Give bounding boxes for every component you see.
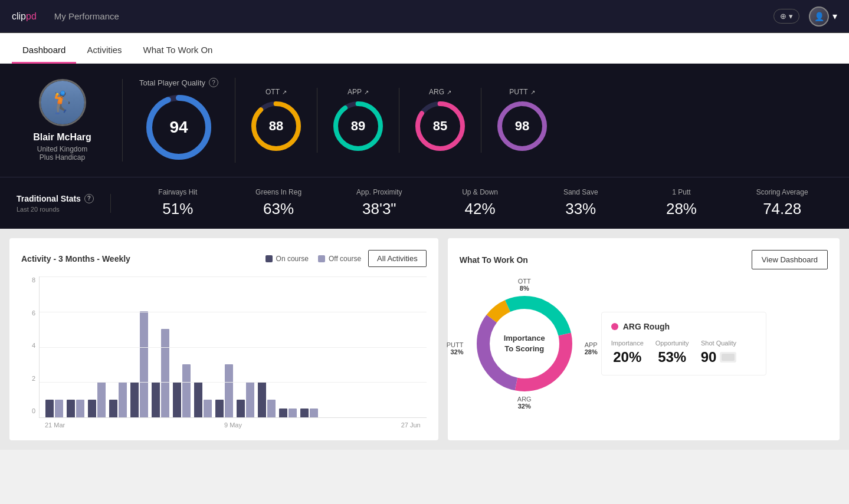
- bar-group-6: [152, 329, 169, 417]
- donut-center-line1: Importance: [504, 333, 545, 344]
- metric-importance-value: 20%: [611, 349, 644, 365]
- trad-stats-sub: Last 20 rounds: [17, 206, 94, 213]
- x-label-jun: 27 Jun: [401, 421, 421, 429]
- player-name: Blair McHarg: [33, 132, 91, 143]
- bar-group-10: [237, 382, 254, 417]
- y-label-2: 2: [21, 375, 35, 382]
- putt-value: 98: [515, 118, 529, 134]
- chart-x-labels: 21 Mar 9 May 27 Jun: [39, 418, 427, 429]
- wtwo-panel-header: What To Work On View Dashboard: [460, 250, 828, 269]
- stat-sandsave-label: Sand Save: [530, 188, 631, 196]
- bar-on-7: [173, 382, 181, 417]
- what-to-work-on-panel: What To Work On View Dashboard: [448, 238, 840, 440]
- mini-gauge-group: OTT ↗ 88 APP ↗: [235, 88, 832, 153]
- bar-group-11: [258, 382, 276, 417]
- grid-line-2: [40, 382, 427, 383]
- arg-trend-icon: ↗: [447, 89, 451, 95]
- stat-greens-value: 63%: [228, 200, 329, 218]
- add-chevron: ▾: [789, 12, 793, 21]
- tab-dashboard[interactable]: Dashboard: [12, 37, 76, 64]
- tab-what-to-work-on[interactable]: What To Work On: [133, 37, 224, 64]
- stat-proximity: App. Proximity 38'3": [329, 188, 430, 218]
- stat-proximity-label: App. Proximity: [329, 188, 430, 196]
- total-player-quality: Total Player Quality ? 94: [139, 78, 235, 163]
- activity-panel-header: Activity - 3 Months - Weekly On course O…: [21, 250, 427, 267]
- header: clippd My Performance ⊕ ▾ 👤 ▾: [0, 0, 849, 33]
- metric-shotquality-value: 90: [701, 349, 717, 365]
- arg-rough-card: ARG Rough Importance 20% Opportunity 53%…: [601, 312, 766, 375]
- stat-fairways-label: Fairways Hit: [127, 188, 228, 196]
- stat-fairways: Fairways Hit 51%: [127, 188, 228, 218]
- trad-stats-title: Traditional Stats ?: [17, 194, 94, 203]
- stat-proximity-value: 38'3": [329, 200, 430, 218]
- bar-on-8: [194, 382, 202, 417]
- bar-off-13: [310, 409, 318, 417]
- y-label-4: 4: [21, 342, 35, 349]
- grid-line-6: [40, 312, 427, 312]
- bar-on-11: [258, 382, 266, 417]
- bar-group-5: [130, 311, 148, 417]
- stat-1putt-label: 1 Putt: [631, 188, 732, 196]
- stat-updown: Up & Down 42%: [430, 188, 530, 218]
- putt-label: PUTT ↗: [509, 88, 535, 96]
- chart-area: [39, 276, 427, 418]
- y-label-0: 0: [21, 407, 35, 414]
- ott-value: 88: [269, 118, 283, 134]
- bar-off-1: [55, 400, 63, 417]
- stat-scoring: Scoring Average 74.28: [732, 188, 832, 218]
- legend-off-course-label: Off course: [329, 255, 361, 263]
- add-button[interactable]: ⊕ ▾: [773, 9, 799, 24]
- activity-panel-title: Activity - 3 Months - Weekly: [21, 254, 130, 263]
- stat-updown-value: 42%: [430, 200, 530, 218]
- bar-off-4: [119, 382, 127, 417]
- grid-line-8: [40, 276, 427, 277]
- tpq-value: 94: [169, 118, 188, 137]
- quality-section: Total Player Quality ? 94 OTT ↗: [123, 78, 832, 163]
- view-dashboard-button[interactable]: View Dashboard: [752, 250, 828, 269]
- trad-stats-info-icon[interactable]: ?: [84, 194, 94, 203]
- stats-banner: 🏌️ Blair McHarg United Kingdom Plus Hand…: [0, 64, 849, 177]
- stat-sandsave: Sand Save 33%: [530, 188, 631, 218]
- wtwo-metrics: Importance 20% Opportunity 53% Shot Qual…: [611, 340, 756, 365]
- trad-stats-label: Traditional Stats ? Last 20 rounds: [17, 194, 111, 213]
- logo-clip: clip: [12, 11, 26, 22]
- bar-off-5: [140, 311, 148, 417]
- tab-activities[interactable]: Activities: [76, 37, 132, 64]
- bar-on-10: [237, 400, 245, 417]
- app-gauge: 89: [332, 100, 385, 153]
- bar-off-7: [182, 364, 191, 417]
- user-avatar-button[interactable]: 👤 ▾: [809, 6, 837, 27]
- bar-on-6: [152, 382, 160, 417]
- arg-rough-dot: [611, 323, 618, 330]
- bar-on-9: [215, 400, 224, 417]
- stat-fairways-value: 51%: [127, 200, 228, 218]
- metric-opportunity-label: Opportunity: [655, 340, 689, 347]
- wtwo-metric-shotquality: Shot Quality 90: [701, 340, 737, 365]
- bar-group-9: [215, 364, 233, 417]
- putt-gauge-item: PUTT ↗ 98: [481, 88, 563, 153]
- bar-off-9: [225, 364, 233, 417]
- donut-label-app: APP 28%: [585, 341, 598, 355]
- wtwo-panel-title: What To Work On: [460, 255, 528, 265]
- donut-center-text: Importance To Scoring: [504, 333, 545, 354]
- nav-tabs: Dashboard Activities What To Work On: [0, 33, 849, 64]
- tpq-info-icon[interactable]: ?: [209, 78, 218, 87]
- trad-stats-grid: Fairways Hit 51% Greens In Reg 63% App. …: [111, 188, 832, 218]
- bar-on-4: [109, 400, 117, 417]
- chart-legend: On course Off course: [265, 255, 362, 263]
- all-activities-button[interactable]: All Activities: [368, 250, 427, 267]
- stat-updown-label: Up & Down: [430, 188, 530, 196]
- avatar: 👤: [809, 6, 829, 27]
- donut-chart-wrapper: Importance To Scoring OTT 8% APP 28% ARG…: [460, 279, 589, 409]
- bar-on-12: [279, 409, 287, 417]
- logo[interactable]: clippd: [12, 11, 37, 22]
- stat-scoring-value: 74.28: [732, 200, 832, 218]
- bar-group-3: [88, 382, 106, 417]
- arg-rough-card-title: ARG Rough: [611, 322, 756, 331]
- grid-line-4: [40, 347, 427, 348]
- bar-on-3: [88, 400, 96, 417]
- bar-group-13: [300, 409, 318, 417]
- stat-greens-label: Greens In Reg: [228, 188, 329, 196]
- arg-gauge: 85: [414, 100, 467, 153]
- arg-gauge-item: ARG ↗ 85: [399, 88, 481, 153]
